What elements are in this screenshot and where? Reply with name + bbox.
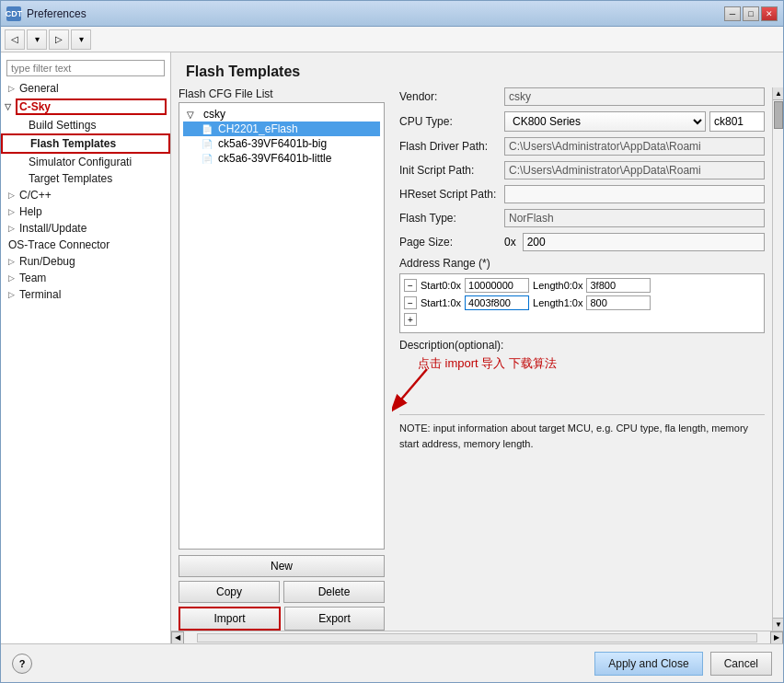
toolbar: ◁ ▾ ▷ ▾ [1,27,783,52]
sidebar-item-run-debug[interactable]: ▷ Run/Debug [1,253,170,270]
vertical-scrollbar[interactable]: ▲ ▼ [772,87,783,631]
scroll-down-button[interactable]: ▼ [773,618,783,631]
sidebar-item-install-update[interactable]: ▷ Install/Update [1,220,170,237]
panel-title: Flash Templates [171,52,783,87]
close-button[interactable]: ✕ [761,6,778,21]
cpu-type-select[interactable]: CK800 Series [504,111,706,132]
description-section: Description(optional): [399,339,765,352]
help-icon: ? [19,658,26,669]
scroll-right-button[interactable]: ▶ [770,631,783,644]
minimize-button[interactable]: ─ [724,6,741,21]
file-tree-label-ck5a6-big: ck5a6-39VF6401b-big [218,137,327,150]
start0-input[interactable] [465,278,529,293]
length0-input[interactable] [586,278,651,293]
annotation-text: 点击 import 导入 下载算法 [418,355,557,372]
file-icon-2: 📄 [202,139,214,149]
flash-driver-row: Flash Driver Path: [399,137,765,156]
init-script-label: Init Script Path: [399,164,501,177]
forward-dropdown-button[interactable]: ▾ [71,29,91,50]
delete-button[interactable]: Delete [283,581,385,603]
help-button[interactable]: ? [12,654,32,674]
vendor-input[interactable] [504,87,765,106]
sidebar-item-csky[interactable]: ▽ C-Sky [1,97,170,117]
apply-close-button[interactable]: Apply and Close [594,652,702,676]
svg-line-1 [392,369,427,412]
import-button[interactable]: Import [179,607,281,631]
sidebar-item-os-trace[interactable]: OS-Trace Connector [1,237,170,253]
file-tree-item-ch2201[interactable]: 📄 CH2201_eFlash [183,122,380,136]
run-expand-icon: ▷ [8,257,17,266]
app-icon: CDT [6,6,21,21]
file-tree-root-label: csky [203,108,225,121]
flash-driver-input[interactable] [504,137,765,156]
flash-type-row: Flash Type: [399,209,765,227]
start1-input[interactable] [465,295,529,310]
terminal-expand-icon: ▷ [8,290,17,299]
sidebar-item-simulator-config[interactable]: Simulator Configurati [1,154,170,170]
new-button[interactable]: New [179,555,385,577]
maximize-button[interactable]: □ [743,6,759,21]
forward-icon: ▷ [55,34,63,44]
csky-expand-icon: ▽ [5,102,14,111]
address-table: − Start0:0x Length0:0x − Start1:0x [399,273,765,333]
left-pane: Flash CFG File List ▽ csky 📄 CH2201_eFla… [171,87,392,631]
init-script-input[interactable] [504,161,765,179]
forward-button[interactable]: ▷ [49,29,69,50]
cancel-button[interactable]: Cancel [710,652,772,676]
address-row-0: − Start0:0x Length0:0x [404,278,760,293]
annotation-arrow [392,365,445,420]
btn-row-3: Import Export [179,607,385,631]
file-icon: 📄 [202,124,214,134]
remove-address-0-button[interactable]: − [404,279,417,292]
sidebar-item-cpp[interactable]: ▷ C/C++ [1,187,170,203]
page-size-input[interactable] [523,233,765,251]
help-expand-icon: ▷ [8,207,17,216]
scroll-up-button[interactable]: ▲ [773,87,783,100]
dropdown-button[interactable]: ▾ [27,29,47,50]
forward-dropdown-icon: ▾ [79,34,84,44]
right-form-pane: Vendor: CPU Type: CK800 Series [392,87,772,631]
dropdown-icon: ▾ [35,34,40,44]
file-tree-item-ck5a6-big[interactable]: 📄 ck5a6-39VF6401b-big [183,136,380,151]
scroll-thumb[interactable] [774,101,783,129]
sidebar-item-general[interactable]: ▷ General [1,80,170,97]
remove-address-1-button[interactable]: − [404,296,417,309]
copy-button[interactable]: Copy [179,581,280,603]
file-tree-root[interactable]: ▽ csky [183,107,380,122]
back-button[interactable]: ◁ [5,29,25,50]
window-title: Preferences [27,7,724,20]
file-icon-3: 📄 [202,154,214,164]
right-panel: Flash Templates Flash CFG File List ▽ cs… [171,52,783,643]
length1-label: Length1:0x [533,297,582,308]
description-label: Description(optional): [399,339,765,352]
length1-input[interactable] [586,295,651,310]
team-expand-icon: ▷ [8,273,17,283]
sidebar-item-terminal[interactable]: ▷ Terminal [1,286,170,303]
sidebar-item-team[interactable]: ▷ Team [1,270,170,286]
vendor-row: Vendor: [399,87,765,106]
sidebar-item-flash-templates[interactable]: Flash Templates [1,133,170,154]
scroll-left-button[interactable]: ◀ [171,631,184,644]
page-size-label: Page Size: [399,236,501,249]
add-address-button[interactable]: + [404,313,417,326]
flash-type-input[interactable] [504,209,765,227]
button-area: New Copy Delete Import Export [179,555,385,631]
hreset-input[interactable] [504,185,765,203]
sidebar-item-build-settings[interactable]: Build Settings [1,117,170,133]
sidebar: ▷ General ▽ C-Sky Build Settings Flash T… [1,52,171,643]
sidebar-item-help[interactable]: ▷ Help [1,203,170,220]
horizontal-scroll-track [197,633,757,642]
window-controls: ─ □ ✕ [724,6,778,21]
file-tree-item-ck5a6-little[interactable]: 📄 ck5a6-39VF6401b-little [183,151,380,166]
add-address-row: + [404,313,760,326]
export-button[interactable]: Export [284,607,385,631]
start0-label: Start0:0x [421,280,461,291]
btn-row-1: New [179,555,385,577]
sidebar-item-target-templates[interactable]: Target Templates [1,170,170,187]
install-expand-icon: ▷ [8,224,17,233]
filter-input[interactable] [6,60,165,76]
address-range-section: Address Range (*) − Start0:0x Length0:0x [399,257,765,333]
panel-container: Flash CFG File List ▽ csky 📄 CH2201_eFla… [171,87,783,631]
cpu-type-extra-input[interactable] [709,111,765,132]
file-tree-label-ck5a6-little: ck5a6-39VF6401b-little [218,152,331,165]
